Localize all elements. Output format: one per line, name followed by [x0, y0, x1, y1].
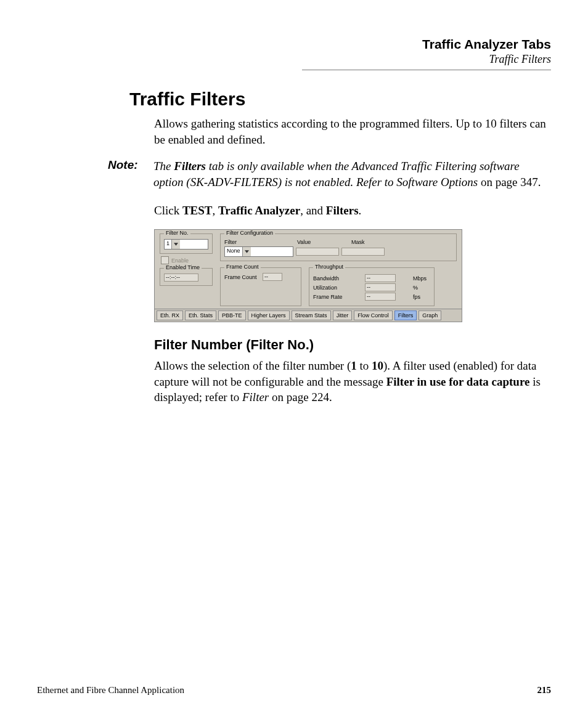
framerate-value: -- [365, 293, 396, 301]
frame-count-value: -- [263, 273, 282, 281]
throughput-group: Throughput Bandwidth -- Mbps Utilization… [309, 267, 435, 306]
click-sep1: , [213, 204, 219, 217]
click-b2: Traffic Analyzer [218, 204, 300, 217]
frame-count-legend: Frame Count [224, 264, 261, 270]
filter-number-paragraph: Allows the selection of the filter numbe… [154, 358, 551, 405]
filter-no-dropdown[interactable]: 1 [164, 239, 208, 249]
chevron-down-icon [245, 250, 249, 253]
enable-label: Enable [171, 258, 189, 264]
filter-config-legend: Filter Configuration [224, 230, 275, 236]
filter-no-value: 1 [165, 240, 171, 249]
fn-mid1: to [357, 359, 372, 372]
throughput-row-utilization: Utilization -- % [313, 283, 430, 291]
filter-config-group: Filter Configuration Filter Value Mask N… [220, 233, 457, 261]
fn-b2: 10 [372, 359, 383, 372]
document-page: Traffic Analyzer Tabs Traffic Filters Tr… [0, 0, 588, 714]
filters-ui-body: Filter No. 1 Enable Enabled Time [154, 229, 462, 309]
tab-higher-layers[interactable]: Higher Layers [248, 310, 290, 320]
enabled-time-legend: Enabled Time [164, 264, 202, 270]
fn-b1: 1 [351, 359, 357, 372]
note-label: Note: [108, 158, 146, 190]
note-text-mid: tab is only available when the Advanced … [153, 160, 520, 189]
section-title: Traffic Filters [129, 89, 551, 110]
footer-page-number: 215 [537, 685, 552, 696]
tab-filters[interactable]: Filters [394, 310, 417, 320]
throughput-row-bandwidth: Bandwidth -- Mbps [313, 274, 430, 282]
filter-no-legend: Filter No. [164, 230, 190, 236]
config-label-mask: Mask [351, 239, 365, 245]
tab-flow-control[interactable]: Flow Control [354, 310, 393, 320]
chevron-down-icon [174, 243, 178, 246]
note-text-post: on page 347. [478, 176, 541, 189]
click-b1: TEST [182, 204, 213, 217]
note-text-pre: The [153, 160, 174, 172]
tab-jitter[interactable]: Jitter [333, 310, 353, 320]
filter-number-title: Filter Number (Filter No.) [154, 337, 551, 353]
config-value-field[interactable] [296, 248, 339, 256]
filters-ui-panel: Filter No. 1 Enable Enabled Time [154, 229, 462, 322]
throughput-legend: Throughput [313, 264, 345, 270]
note-filters-word: Filters [174, 160, 206, 172]
utilization-label: Utilization [313, 285, 348, 291]
bandwidth-value: -- [365, 274, 396, 282]
fn-pre: Allows the selection of the filter numbe… [154, 359, 351, 372]
note-block: Note: The Filters tab is only available … [108, 158, 551, 190]
header-title: Traffic Analyzer Tabs [302, 37, 551, 52]
framerate-label: Frame Rate [313, 294, 348, 300]
config-mask-field[interactable] [341, 248, 385, 256]
filter-no-group: Filter No. 1 [160, 233, 213, 254]
framerate-unit: fps [413, 294, 430, 300]
enable-checkbox[interactable] [161, 256, 169, 264]
header-subtitle: Traffic Filters [302, 53, 551, 66]
page-header: Traffic Analyzer Tabs Traffic Filters [302, 37, 551, 70]
click-post: . [359, 204, 362, 217]
enabled-time-group: Enabled Time --:--:-- [160, 268, 213, 286]
fn-b3: Filter in use for data capture [386, 375, 530, 388]
footer-left: Ethernet and Fibre Channel Application [37, 685, 184, 696]
enable-row: Enable [161, 256, 213, 264]
dropdown-button[interactable] [171, 240, 180, 249]
fn-i1: Filter [242, 391, 269, 404]
header-rule [302, 70, 551, 70]
frame-count-label: Frame Count [224, 274, 260, 280]
config-filter-dropdown[interactable]: None [224, 246, 293, 257]
tab-strip: Eth. RX Eth. Stats PBB-TE Higher Layers … [154, 309, 462, 322]
tab-stream-stats[interactable]: Stream Stats [292, 310, 331, 320]
click-pre: Click [154, 204, 182, 217]
throughput-row-framerate: Frame Rate -- fps [313, 293, 430, 301]
config-label-filter: Filter [224, 239, 291, 245]
click-instruction: Click TEST, Traffic Analyzer, and Filter… [154, 203, 551, 219]
dropdown-button[interactable] [242, 247, 251, 256]
fn-post: on page 224. [269, 391, 332, 404]
bandwidth-unit: Mbps [413, 275, 430, 282]
click-sep2: , and [300, 204, 326, 217]
click-b3: Filters [326, 204, 359, 217]
intro-paragraph: Allows gathering statistics according to… [154, 116, 551, 147]
tab-pbb-te[interactable]: PBB-TE [218, 310, 246, 320]
utilization-value: -- [365, 283, 396, 291]
utilization-unit: % [413, 285, 430, 291]
bandwidth-label: Bandwidth [313, 275, 348, 282]
frame-count-group: Frame Count Frame Count -- [220, 267, 301, 306]
tab-eth-rx[interactable]: Eth. RX [157, 310, 183, 320]
note-body: The Filters tab is only available when t… [153, 158, 551, 190]
tab-graph[interactable]: Graph [419, 310, 441, 320]
enabled-time-value: --:--:-- [164, 274, 198, 282]
page-footer: Ethernet and Fibre Channel Application 2… [37, 685, 551, 696]
tab-eth-stats[interactable]: Eth. Stats [185, 310, 216, 320]
config-label-value: Value [297, 239, 345, 245]
config-filter-value: None [225, 247, 242, 256]
